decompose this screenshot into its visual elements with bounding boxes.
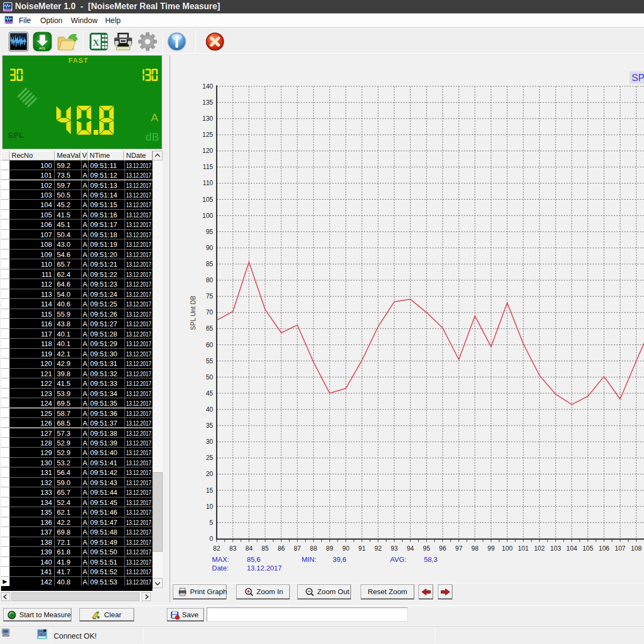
- svg-text:103: 103: [550, 545, 561, 552]
- svg-text:Date:: Date:: [212, 564, 229, 572]
- svg-text:13.12.2017: 13.12.2017: [247, 564, 282, 572]
- svg-text:30: 30: [206, 438, 214, 445]
- svg-text:95: 95: [206, 228, 214, 236]
- svg-text:0: 0: [209, 535, 213, 543]
- svg-text:84: 84: [245, 545, 253, 552]
- svg-text:93: 93: [391, 545, 398, 552]
- svg-text:94: 94: [407, 545, 414, 552]
- svg-text:10: 10: [206, 503, 214, 510]
- svg-text:100: 100: [502, 545, 513, 552]
- svg-text:MAX:: MAX:: [212, 555, 229, 564]
- svg-text:5: 5: [209, 519, 213, 526]
- svg-text:102: 102: [534, 545, 545, 552]
- svg-text:85: 85: [261, 545, 269, 552]
- svg-text:105: 105: [582, 545, 593, 552]
- svg-text:90: 90: [206, 244, 214, 252]
- svg-text:SPL Unt DB: SPL Unt DB: [189, 296, 197, 330]
- svg-text:108: 108: [631, 545, 642, 552]
- svg-text:AVG:: AVG:: [390, 555, 406, 564]
- svg-text:140: 140: [202, 83, 213, 90]
- svg-text:106: 106: [598, 545, 609, 552]
- svg-text:50: 50: [206, 374, 214, 381]
- svg-text:135: 135: [202, 99, 213, 106]
- svg-text:35: 35: [206, 422, 214, 429]
- svg-text:98: 98: [471, 545, 479, 552]
- svg-text:82: 82: [213, 545, 221, 552]
- svg-text:105: 105: [202, 196, 213, 203]
- svg-text:92: 92: [375, 545, 382, 552]
- svg-text:104: 104: [566, 545, 577, 552]
- svg-text:40: 40: [206, 406, 214, 413]
- svg-text:101: 101: [518, 545, 529, 552]
- svg-text:85,6: 85,6: [247, 555, 260, 564]
- svg-text:130: 130: [202, 115, 213, 122]
- svg-text:70: 70: [206, 309, 214, 316]
- svg-text:107: 107: [614, 545, 625, 552]
- svg-text:SPL: SPL: [632, 72, 644, 83]
- svg-text:80: 80: [206, 276, 214, 284]
- svg-text:15: 15: [206, 487, 214, 494]
- svg-text:85: 85: [206, 260, 214, 268]
- svg-text:120: 120: [202, 147, 213, 155]
- svg-text:99: 99: [487, 545, 495, 552]
- svg-text:125: 125: [202, 131, 213, 138]
- svg-text:39,6: 39,6: [333, 555, 346, 564]
- svg-text:97: 97: [455, 545, 463, 552]
- svg-text:86: 86: [277, 545, 285, 552]
- svg-text:65: 65: [206, 325, 214, 332]
- svg-text:58,3: 58,3: [424, 555, 437, 564]
- svg-text:87: 87: [294, 545, 301, 552]
- svg-text:100: 100: [202, 212, 213, 219]
- svg-text:45: 45: [206, 390, 214, 397]
- svg-text:89: 89: [326, 545, 334, 552]
- svg-text:55: 55: [206, 357, 214, 365]
- svg-text:60: 60: [206, 341, 214, 349]
- svg-text:96: 96: [439, 545, 447, 552]
- svg-text:75: 75: [206, 292, 214, 300]
- svg-text:83: 83: [229, 545, 237, 552]
- svg-text:95: 95: [423, 545, 430, 552]
- svg-text:90: 90: [342, 545, 350, 552]
- svg-text:X: X: [93, 38, 100, 48]
- svg-text:ACL: ACL: [39, 47, 46, 50]
- svg-text:88: 88: [310, 545, 318, 552]
- svg-text:115: 115: [203, 163, 213, 171]
- svg-text:91: 91: [358, 545, 366, 552]
- svg-text:110: 110: [203, 179, 213, 187]
- svg-text:25: 25: [206, 454, 214, 462]
- svg-text:MIN:: MIN:: [302, 555, 316, 564]
- svg-text:20: 20: [206, 470, 214, 478]
